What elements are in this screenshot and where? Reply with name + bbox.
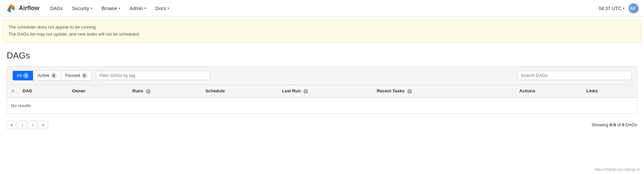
nav-item-browse[interactable]: Browse ▾ xyxy=(98,4,124,13)
pagination-controls: « ‹ › » xyxy=(7,121,48,129)
filter-paused-button[interactable]: Paused 0 xyxy=(61,71,91,80)
browse-dropdown-arrow: ▾ xyxy=(119,6,120,10)
page-prev-button[interactable]: ‹ xyxy=(18,121,27,129)
filter-all-badge: 0 xyxy=(23,73,29,79)
page-first-button[interactable]: « xyxy=(7,121,16,129)
showing-count: 0 xyxy=(622,122,624,127)
navbar: Airflow DAGs Security ▾ Browse ▾ Admin ▾… xyxy=(0,0,644,17)
tag-filter-input[interactable] xyxy=(96,71,210,80)
nav-item-docs[interactable]: Docs ▾ xyxy=(151,4,173,13)
page-last-button[interactable]: » xyxy=(38,121,48,129)
th-links: Links xyxy=(582,85,637,97)
warning-line1: The scheduler does not appear to be runn… xyxy=(8,24,636,31)
filter-all-button[interactable]: All 0 xyxy=(13,71,33,80)
main-content: DAGs All 0 Active 0 Paused 0 xyxy=(0,45,644,138)
th-toggle: ⊙ xyxy=(7,85,19,97)
th-owner: Owner xyxy=(68,85,128,97)
filter-active-badge: 0 xyxy=(51,73,57,79)
search-dags-input[interactable] xyxy=(517,71,632,80)
filter-paused-badge: 0 xyxy=(81,73,87,79)
nav-item-security[interactable]: Security ▾ xyxy=(68,4,96,13)
docs-dropdown-arrow: ▾ xyxy=(167,6,169,10)
filter-bar: All 0 Active 0 Paused 0 xyxy=(7,66,637,85)
utc-dropdown-arrow: ▾ xyxy=(623,6,624,10)
warning-line2: The DAGs list may not update, and new ta… xyxy=(8,31,636,38)
showing-text: Showing 0-0 of 0 DAGs xyxy=(592,122,637,127)
runs-info-icon[interactable]: i xyxy=(146,89,151,94)
tag-filter-container xyxy=(96,71,210,80)
last-run-info-icon[interactable]: i xyxy=(303,89,308,94)
th-actions: Actions xyxy=(515,85,582,97)
th-spacer xyxy=(493,85,516,97)
th-schedule: Schedule xyxy=(201,85,278,97)
utc-time[interactable]: 04:37 UTC ▾ xyxy=(599,6,624,11)
admin-dropdown-arrow: ▾ xyxy=(144,6,146,10)
nav-item-admin[interactable]: Admin ▾ xyxy=(126,4,150,13)
th-runs: Runs i xyxy=(128,85,201,97)
warning-banner: The scheduler does not appear to be runn… xyxy=(3,19,641,42)
search-dags-container xyxy=(517,71,632,80)
airflow-logo-icon xyxy=(5,3,16,14)
recent-tasks-info-icon[interactable]: i xyxy=(407,89,412,94)
page-title: DAGs xyxy=(7,50,637,61)
pagination-bar: « ‹ › » Showing 0-0 of 0 DAGs xyxy=(7,117,637,133)
th-last-run: Last Run i xyxy=(278,85,373,97)
brand-logo[interactable]: Airflow xyxy=(5,3,39,14)
showing-range: 0-0 xyxy=(610,122,616,127)
security-dropdown-arrow: ▾ xyxy=(90,6,92,10)
brand-name: Airflow xyxy=(19,5,39,12)
th-recent-tasks: Recent Tasks i xyxy=(373,85,493,97)
user-dropdown-arrow: ▾ xyxy=(636,7,637,10)
nav-menu: DAGs Security ▾ Browse ▾ Admin ▾ Docs ▾ xyxy=(46,4,599,13)
user-avatar[interactable]: AU ▾ xyxy=(629,3,639,13)
no-results-message: No results xyxy=(7,98,637,114)
th-dag: DAG xyxy=(18,85,68,97)
nav-item-dags[interactable]: DAGs xyxy=(46,4,67,13)
table-header-row: ⊙ DAG Owner Runs i Schedule Last Run i R… xyxy=(7,85,637,97)
toggle-icon: ⊙ xyxy=(11,89,14,93)
page-next-button[interactable]: › xyxy=(28,121,37,129)
filter-btn-group: All 0 Active 0 Paused 0 xyxy=(12,71,92,81)
filter-active-button[interactable]: Active 0 xyxy=(33,71,61,80)
dags-table: ⊙ DAG Owner Runs i Schedule Last Run i R… xyxy=(7,85,637,98)
navbar-right: 04:37 UTC ▾ AU ▾ xyxy=(599,3,639,13)
